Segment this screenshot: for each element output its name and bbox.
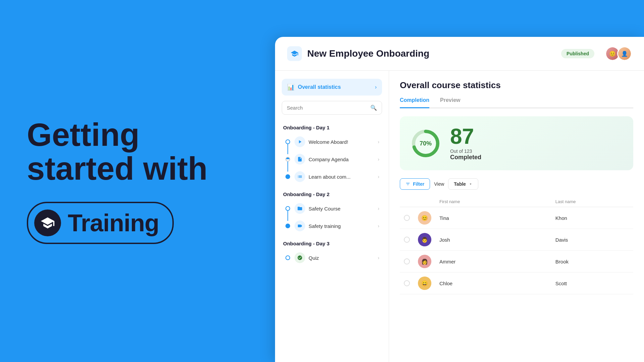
filter-button[interactable]: Filter	[400, 178, 430, 190]
published-badge: Published	[561, 49, 594, 58]
nav-item-icon-safety-training	[294, 221, 305, 231]
table-dropdown[interactable]: Table	[448, 178, 478, 190]
stats-tabs: Completion Preview	[400, 97, 633, 108]
col-check	[400, 196, 414, 207]
chevron-icon-agenda: ›	[378, 157, 379, 162]
row-checkbox[interactable]	[404, 258, 410, 264]
section-day1-title: Onboarding - Day 1	[282, 121, 382, 133]
completion-info: 87 Out of 123 Completed	[450, 126, 481, 161]
table-row[interactable]: 😄 Chloe Scott	[400, 273, 633, 294]
row-avatar-cell: 👩	[414, 251, 435, 273]
search-box[interactable]: 🔍	[282, 101, 382, 115]
col-avatar	[414, 196, 435, 207]
nav-item-label-safety-course: Safety Course	[309, 206, 374, 212]
table-row[interactable]: 👨 Josh Davis	[400, 229, 633, 251]
panel-title: New Employee Onboarding	[307, 48, 556, 59]
panel-body: 📊 Overall statistics › 🔍 Onboarding - Da…	[275, 71, 644, 362]
nav-item-icon-agenda	[294, 154, 305, 165]
search-icon: 🔍	[370, 105, 377, 111]
timeline-dot-welcome	[285, 139, 290, 144]
chevron-down-icon	[469, 182, 473, 186]
header-avatars: 😊 👤	[605, 46, 632, 61]
row-checkbox[interactable]	[404, 215, 410, 221]
nav-item-label-quiz: Quiz	[309, 255, 374, 261]
hero-section: Getting started with Training	[0, 0, 275, 362]
check-circle-icon	[297, 255, 303, 260]
nav-item-icon-learn	[294, 171, 305, 182]
graduation-icon	[40, 216, 55, 230]
row-last-name: Khon	[551, 207, 633, 229]
row-first-name: Chloe	[435, 273, 551, 294]
tab-preview[interactable]: Preview	[440, 97, 460, 108]
row-last-name: Brook	[551, 251, 633, 273]
document-icon	[297, 157, 303, 162]
nav-item-safety-course[interactable]: Safety Course ›	[282, 200, 382, 217]
nav-item-label-welcome: Welcome Aboard!	[309, 139, 374, 145]
search-input[interactable]	[287, 105, 368, 111]
donut-percent-value: 70	[420, 140, 426, 146]
video-icon	[297, 223, 303, 229]
timeline-dot-safety-training	[285, 224, 290, 228]
section-day2-title: Onboarding - Day 2	[282, 188, 382, 200]
row-first-name: Tina	[435, 207, 551, 229]
nav-item-safety-training[interactable]: Safety training ›	[282, 217, 382, 235]
completion-out-of: Out of 123	[450, 148, 481, 154]
training-badge-text: Training	[68, 209, 159, 237]
nav-item-label-learn: Learn about com...	[309, 174, 374, 180]
row-avatar: 😊	[418, 211, 431, 225]
right-panel: New Employee Onboarding Published 😊 👤 📊 …	[275, 37, 644, 362]
list-icon	[297, 174, 303, 179]
donut-percent-text: 70%	[420, 140, 432, 147]
folder-icon	[297, 206, 303, 211]
chevron-icon-welcome: ›	[378, 139, 379, 144]
row-checkbox[interactable]	[404, 280, 410, 286]
timeline-dot-agenda	[285, 157, 290, 162]
timeline-dot-safety-course	[285, 206, 290, 211]
avatar-2: 👤	[617, 46, 632, 61]
right-stats-panel: Overall course statistics Completion Pre…	[389, 71, 644, 362]
row-avatar: 👨	[418, 233, 431, 246]
tab-completion[interactable]: Completion	[400, 97, 429, 108]
row-last-name: Scott	[551, 273, 633, 294]
filter-icon	[406, 182, 410, 186]
section-day3-title: Onboarding - Day 3	[282, 237, 382, 249]
chevron-icon-safety-training: ›	[378, 223, 379, 229]
view-label: View	[434, 181, 444, 187]
row-avatar-cell: 👨	[414, 229, 435, 251]
left-nav: 📊 Overall statistics › 🔍 Onboarding - Da…	[275, 71, 389, 362]
row-checkbox-cell	[400, 251, 414, 273]
row-last-name: Davis	[551, 229, 633, 251]
table-dropdown-label: Table	[454, 181, 466, 187]
completion-card: 70% 87 Out of 123 Completed	[400, 116, 633, 170]
row-checkbox[interactable]	[404, 237, 410, 243]
nav-item-learn[interactable]: Learn about com... ›	[282, 168, 382, 185]
chevron-icon-quiz: ›	[378, 255, 379, 260]
graduation-cap-icon	[290, 50, 299, 58]
nav-item-label-agenda: Company Agenda	[309, 157, 374, 162]
table-row[interactable]: 👩 Ammer Brook	[400, 251, 633, 273]
app-icon	[287, 46, 302, 61]
hero-headline: Getting started with	[27, 118, 248, 186]
panel-header: New Employee Onboarding Published 😊 👤	[275, 37, 644, 71]
nav-item-quiz[interactable]: Quiz ›	[282, 249, 382, 266]
stats-title: Overall course statistics	[400, 80, 633, 90]
nav-item-agenda[interactable]: Company Agenda ›	[282, 150, 382, 168]
completion-label: Completed	[450, 154, 481, 161]
table-row[interactable]: 😊 Tina Khon	[400, 207, 633, 229]
completion-number: 87	[450, 126, 481, 147]
row-avatar-cell: 😄	[414, 273, 435, 294]
timeline-dot-quiz	[285, 255, 290, 260]
row-checkbox-cell	[400, 273, 414, 294]
filter-label: Filter	[413, 181, 424, 187]
section-day2: Onboarding - Day 2 Safety Course ›	[282, 188, 382, 235]
training-badge-icon	[34, 209, 61, 236]
row-avatar: 👩	[418, 255, 431, 268]
nav-item-icon-quiz	[294, 252, 305, 263]
chevron-icon-safety-course: ›	[378, 206, 379, 211]
users-table: First name Last name 😊 Tina Khon 👨	[400, 196, 633, 294]
hero-line1: Getting	[27, 117, 140, 153]
donut-chart: 70%	[411, 128, 441, 159]
overall-stats-nav-item[interactable]: 📊 Overall statistics ›	[282, 79, 382, 96]
training-badge: Training	[27, 202, 174, 244]
nav-item-welcome[interactable]: Welcome Aboard! ›	[282, 133, 382, 150]
